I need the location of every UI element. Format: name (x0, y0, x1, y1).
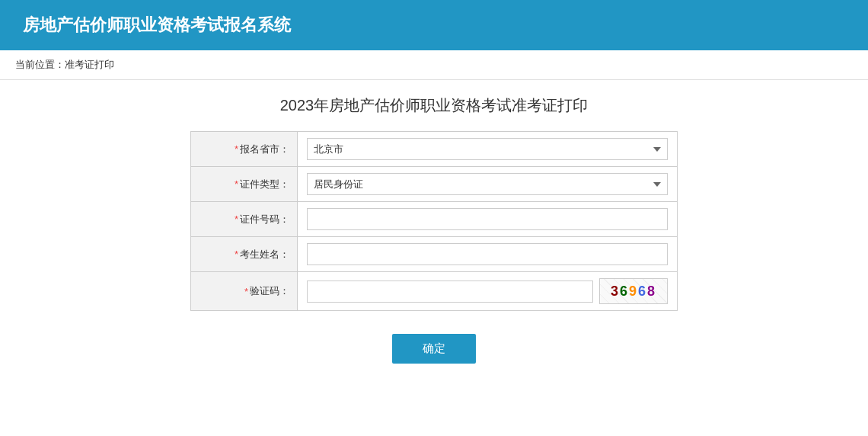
captcha-char-2: 6 (620, 284, 629, 299)
name-label: 考生姓名： (240, 248, 289, 261)
captcha-input-cell: 36968 (298, 272, 677, 310)
province-input-cell: 北京市 上海市 广东省 浙江省 (298, 132, 677, 166)
breadcrumb-current: 准考证打印 (65, 59, 114, 70)
main-content: 当前位置：准考证打印 2023年房地产估价师职业资格考试准考证打印 *报名省市：… (0, 50, 868, 436)
submit-area: 确定 (30, 334, 838, 364)
cert-type-row: *证件类型： 居民身份证 护照 港澳通行证 (191, 167, 677, 202)
captcha-char-1: 3 (611, 284, 620, 299)
cert-no-input-cell (298, 202, 677, 236)
captcha-required-star: * (244, 286, 248, 297)
province-required-star: * (235, 143, 238, 155)
cert-no-input[interactable] (307, 208, 668, 230)
province-row: *报名省市： 北京市 上海市 广东省 浙江省 (191, 132, 677, 167)
cert-type-label: 证件类型： (240, 178, 289, 191)
breadcrumb: 当前位置：准考证打印 (0, 50, 868, 80)
name-row: *考生姓名： (191, 237, 677, 272)
page-content: 2023年房地产估价师职业资格考试准考证打印 *报名省市： 北京市 上海市 广东… (0, 80, 868, 386)
name-label-cell: *考生姓名： (191, 237, 298, 271)
captcha-container: 36968 (307, 278, 668, 304)
captcha-text: 36968 (611, 284, 656, 300)
captcha-input[interactable] (307, 281, 593, 303)
cert-type-input-cell: 居民身份证 护照 港澳通行证 (298, 167, 677, 201)
captcha-char-3: 9 (629, 284, 638, 299)
cert-no-required-star: * (235, 213, 238, 225)
cert-no-label-cell: *证件号码： (191, 202, 298, 236)
registration-form: *报名省市： 北京市 上海市 广东省 浙江省 *证件类型： (190, 131, 678, 311)
captcha-char-5: 8 (647, 284, 656, 299)
breadcrumb-prefix: 当前位置： (15, 59, 65, 70)
captcha-char-4: 6 (638, 284, 647, 299)
cert-no-row: *证件号码： (191, 202, 677, 237)
page-header: 房地产估价师职业资格考试报名系统 (0, 0, 868, 50)
cert-type-label-cell: *证件类型： (191, 167, 298, 201)
site-title: 房地产估价师职业资格考试报名系统 (23, 15, 291, 34)
captcha-row: * 验证码： 36968 (191, 272, 677, 310)
name-required-star: * (235, 248, 238, 260)
province-label-cell: *报名省市： (191, 132, 298, 166)
cert-no-label: 证件号码： (240, 213, 289, 226)
province-label: 报名省市： (240, 143, 289, 156)
captcha-label-cell: * 验证码： (191, 272, 298, 310)
name-input-cell (298, 237, 677, 271)
captcha-label: 验证码： (250, 284, 289, 298)
cert-type-select[interactable]: 居民身份证 护照 港澳通行证 (307, 173, 668, 195)
submit-button[interactable]: 确定 (392, 334, 476, 364)
cert-type-required-star: * (235, 178, 238, 190)
name-input[interactable] (307, 243, 668, 265)
province-select[interactable]: 北京市 上海市 广东省 浙江省 (307, 138, 668, 160)
captcha-image[interactable]: 36968 (599, 278, 668, 304)
page-title: 2023年房地产估价师职业资格考试准考证打印 (30, 95, 838, 116)
